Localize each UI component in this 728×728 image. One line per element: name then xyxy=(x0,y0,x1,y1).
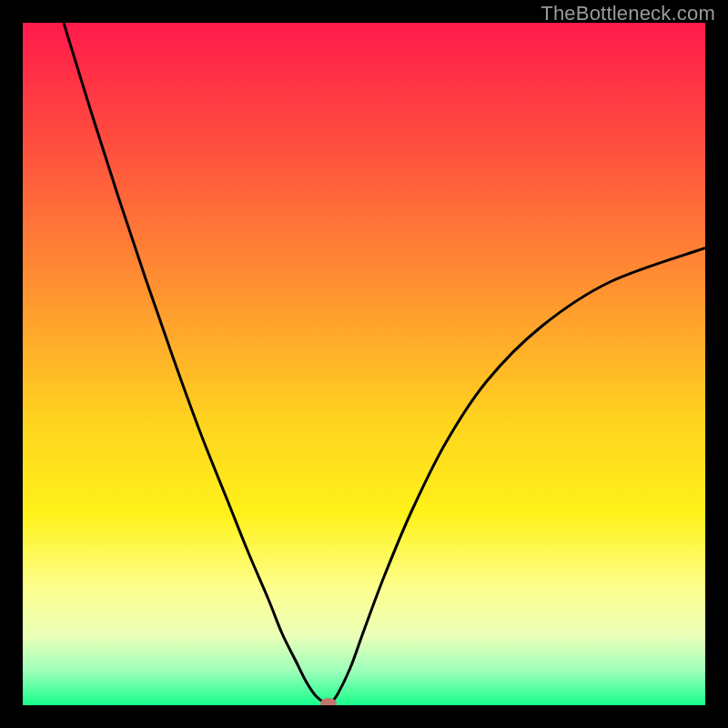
plot-area xyxy=(23,23,705,705)
optimum-marker xyxy=(320,698,337,705)
watermark-text: TheBottleneck.com xyxy=(541,2,715,25)
chart-frame: TheBottleneck.com xyxy=(0,0,728,728)
bottleneck-curve xyxy=(23,23,705,705)
